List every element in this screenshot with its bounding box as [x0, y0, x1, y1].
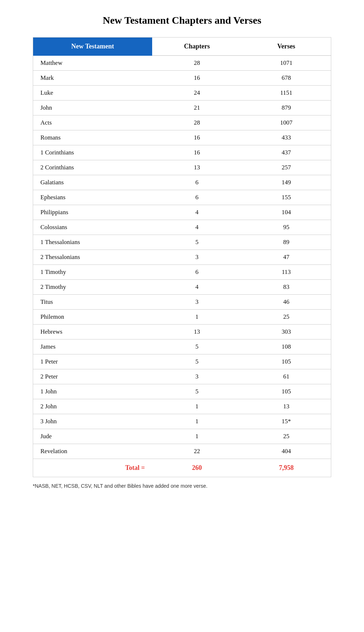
- cell-verses: 1071: [242, 56, 331, 71]
- footer-label: Total =: [33, 459, 153, 477]
- cell-verses: 105: [242, 384, 331, 399]
- page-wrapper: New Testament Chapters and Verses New Te…: [33, 15, 331, 617]
- footnote: *NASB, NET, HCSB, CSV, NLT and other Bib…: [33, 483, 331, 489]
- cell-chapters: 4: [152, 280, 242, 295]
- footer-total-verses: 7,958: [242, 459, 331, 477]
- cell-chapters: 16: [152, 130, 242, 145]
- cell-verses: 433: [242, 130, 331, 145]
- cell-chapters: 13: [152, 325, 242, 339]
- cell-book: Mark: [33, 71, 153, 86]
- cell-verses: 149: [242, 175, 331, 190]
- cell-verses: 257: [242, 160, 331, 175]
- cell-book: 1 Corinthians: [33, 145, 153, 160]
- table-row: 2 John113: [33, 399, 331, 414]
- cell-verses: 89: [242, 235, 331, 250]
- cell-verses: 1007: [242, 115, 331, 130]
- cell-book: Revelation: [33, 444, 153, 459]
- cell-chapters: 1: [152, 310, 242, 325]
- cell-verses: 113: [242, 265, 331, 280]
- cell-book: Luke: [33, 86, 153, 101]
- cell-verses: 46: [242, 295, 331, 310]
- cell-book: Colossians: [33, 220, 153, 235]
- cell-chapters: 1: [152, 399, 242, 414]
- table-footer-row: Total = 260 7,958: [33, 459, 331, 477]
- cell-verses: 437: [242, 145, 331, 160]
- cell-chapters: 16: [152, 145, 242, 160]
- cell-verses: 25: [242, 310, 331, 325]
- cell-verses: 13: [242, 399, 331, 414]
- table-row: Romans16433: [33, 130, 331, 145]
- cell-verses: 95: [242, 220, 331, 235]
- table-row: 2 Thessalonians347: [33, 250, 331, 265]
- cell-book: Matthew: [33, 56, 153, 71]
- cell-chapters: 1: [152, 414, 242, 429]
- cell-chapters: 5: [152, 384, 242, 399]
- footer-total-chapters: 260: [152, 459, 242, 477]
- header-book: New Testament: [33, 38, 153, 56]
- cell-verses: 678: [242, 71, 331, 86]
- cell-chapters: 5: [152, 354, 242, 369]
- cell-chapters: 6: [152, 265, 242, 280]
- table-row: Acts281007: [33, 115, 331, 130]
- cell-book: 1 Peter: [33, 354, 153, 369]
- table-header-row: New Testament Chapters Verses: [33, 38, 331, 56]
- table-row: Colossians495: [33, 220, 331, 235]
- cell-chapters: 5: [152, 339, 242, 354]
- table-row: Philemon125: [33, 310, 331, 325]
- header-chapters: Chapters: [152, 38, 242, 56]
- cell-verses: 303: [242, 325, 331, 339]
- table-row: Jude125: [33, 429, 331, 444]
- page-title: New Testament Chapters and Verses: [33, 15, 331, 26]
- table-row: 1 John5105: [33, 384, 331, 399]
- table-row: Hebrews13303: [33, 325, 331, 339]
- main-table: New Testament Chapters Verses Matthew281…: [33, 37, 331, 477]
- cell-book: 2 John: [33, 399, 153, 414]
- cell-verses: 25: [242, 429, 331, 444]
- cell-book: Ephesians: [33, 190, 153, 205]
- cell-verses: 105: [242, 354, 331, 369]
- cell-chapters: 24: [152, 86, 242, 101]
- table-row: Matthew281071: [33, 56, 331, 71]
- table-row: Revelation22404: [33, 444, 331, 459]
- table-row: 1 Corinthians16437: [33, 145, 331, 160]
- table-row: 3 John115*: [33, 414, 331, 429]
- cell-chapters: 28: [152, 56, 242, 71]
- table-row: 1 Thessalonians589: [33, 235, 331, 250]
- cell-book: 2 Thessalonians: [33, 250, 153, 265]
- cell-verses: 83: [242, 280, 331, 295]
- cell-book: Galatians: [33, 175, 153, 190]
- cell-verses: 155: [242, 190, 331, 205]
- cell-book: 2 Peter: [33, 369, 153, 384]
- table-row: 2 Timothy483: [33, 280, 331, 295]
- table-row: Galatians6149: [33, 175, 331, 190]
- cell-chapters: 3: [152, 250, 242, 265]
- cell-book: Philippians: [33, 205, 153, 220]
- table-row: Ephesians6155: [33, 190, 331, 205]
- table-row: 2 Corinthians13257: [33, 160, 331, 175]
- cell-book: Acts: [33, 115, 153, 130]
- cell-verses: 47: [242, 250, 331, 265]
- cell-chapters: 28: [152, 115, 242, 130]
- cell-book: 1 Thessalonians: [33, 235, 153, 250]
- cell-verses: 61: [242, 369, 331, 384]
- cell-book: Hebrews: [33, 325, 153, 339]
- cell-book: 3 John: [33, 414, 153, 429]
- cell-chapters: 6: [152, 190, 242, 205]
- cell-chapters: 13: [152, 160, 242, 175]
- cell-chapters: 16: [152, 71, 242, 86]
- table-row: James5108: [33, 339, 331, 354]
- table-row: John21879: [33, 101, 331, 115]
- table-row: 1 Peter5105: [33, 354, 331, 369]
- cell-book: John: [33, 101, 153, 115]
- cell-book: 2 Corinthians: [33, 160, 153, 175]
- cell-chapters: 1: [152, 429, 242, 444]
- cell-book: Titus: [33, 295, 153, 310]
- cell-chapters: 21: [152, 101, 242, 115]
- table-row: 1 Timothy6113: [33, 265, 331, 280]
- cell-book: 1 Timothy: [33, 265, 153, 280]
- cell-verses: 879: [242, 101, 331, 115]
- header-verses: Verses: [242, 38, 331, 56]
- cell-verses: 104: [242, 205, 331, 220]
- cell-book: Philemon: [33, 310, 153, 325]
- cell-chapters: 6: [152, 175, 242, 190]
